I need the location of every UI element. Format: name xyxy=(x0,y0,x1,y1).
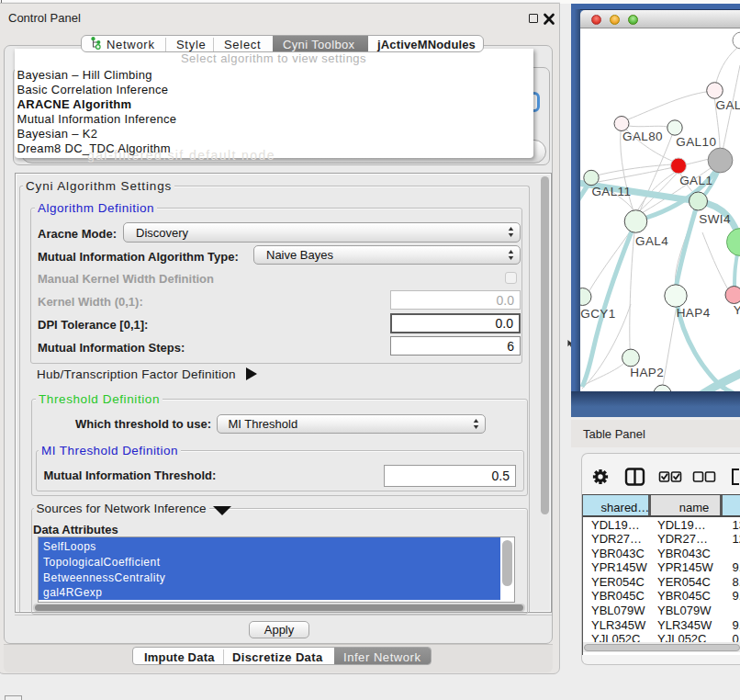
svg-text:GAL1: GAL1 xyxy=(679,174,712,187)
svg-text:HAP2: HAP2 xyxy=(630,366,664,379)
svg-text:GAL4: GAL4 xyxy=(635,234,668,248)
svg-text:GAL80: GAL80 xyxy=(622,130,663,143)
svg-text:GAL10: GAL10 xyxy=(676,135,716,149)
svg-text:SWI4: SWI4 xyxy=(699,212,731,226)
svg-text:HAP4: HAP4 xyxy=(677,306,711,320)
svg-text:GAL7: GAL7 xyxy=(716,98,740,112)
svg-text:GAL11: GAL11 xyxy=(591,185,631,198)
svg-text:Y: Y xyxy=(734,303,740,317)
svg-text:GCY1: GCY1 xyxy=(580,307,615,321)
